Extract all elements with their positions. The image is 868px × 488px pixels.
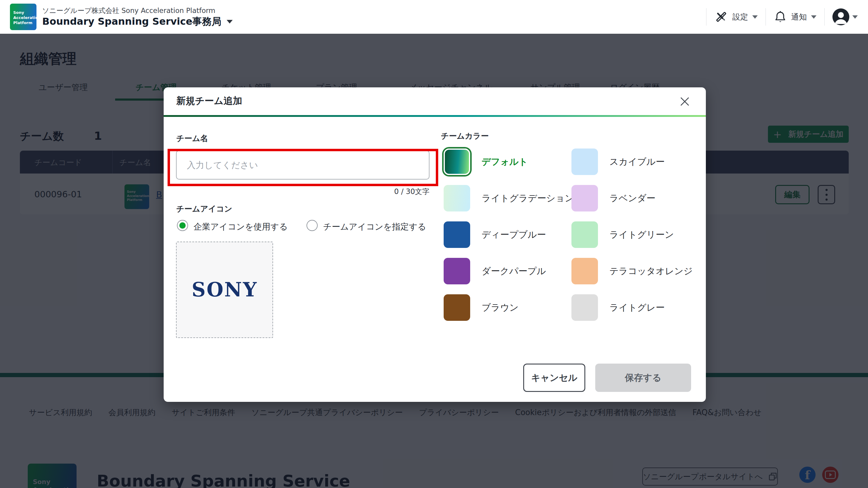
workspace-name: Boundary Spanning Service事務局 — [42, 15, 221, 28]
color-swatch[interactable] — [444, 221, 470, 248]
color-option-darkpurple[interactable]: ダークパープル — [444, 258, 571, 284]
team-color-grid: デフォルト スカイブルー ライトグラデーション ラベンダー ディープブルー ライ… — [444, 149, 699, 321]
add-team-modal: 新規チーム追加 チーム名 0 / 30文字 チームアイコン 企業アイコンを使用す… — [164, 87, 706, 402]
radio-company-icon-label[interactable]: 企業アイコンを使用する — [193, 221, 288, 233]
radio-company-icon[interactable] — [177, 220, 188, 231]
color-option-lavender[interactable]: ラベンダー — [571, 185, 699, 212]
color-option-lightgreen[interactable]: ライトグリーン — [571, 221, 699, 248]
tools-icon — [714, 10, 728, 24]
modal-title: 新規チーム追加 — [176, 95, 242, 107]
cancel-button[interactable]: キャンセル — [523, 364, 585, 392]
close-icon — [679, 96, 690, 107]
save-button[interactable]: 保存する — [595, 364, 691, 392]
settings-label: 設定 — [733, 12, 748, 22]
bell-icon — [774, 10, 787, 24]
char-counter: 0 / 30文字 — [176, 187, 430, 196]
color-swatch[interactable] — [571, 294, 598, 321]
app-header: Sony Acceleration Platform ソニーグループ株式会社 S… — [0, 0, 868, 34]
color-option-terracotta[interactable]: テラコッタオレンジ — [571, 258, 699, 284]
radio-custom-icon[interactable] — [307, 220, 318, 231]
color-option-deepblue[interactable]: ディープブルー — [444, 221, 571, 248]
team-icon-options: 企業アイコンを使用する チームアイコンを指定する — [177, 220, 430, 232]
team-icon-label: チームアイコン — [176, 204, 232, 214]
settings-menu[interactable]: 設定 — [707, 10, 766, 24]
account-menu[interactable] — [825, 8, 859, 25]
close-button[interactable] — [678, 95, 691, 108]
color-option-light-gradation[interactable]: ライトグラデーション — [444, 185, 571, 212]
color-swatch[interactable] — [571, 149, 598, 175]
color-option-lightgray[interactable]: ライトグレー — [571, 294, 699, 321]
color-option-skyblue[interactable]: スカイブルー — [571, 149, 699, 175]
screen: 組織管理 ユーザー管理 チーム管理 チケット管理 プラン管理 メッセージチャンネ… — [0, 0, 868, 488]
app-logo: Sony Acceleration Platform — [10, 4, 36, 30]
color-option-default[interactable]: デフォルト — [444, 149, 571, 175]
header-actions: 設定 通知 — [706, 0, 859, 34]
company-name: ソニーグループ株式会社 Sony Acceleration Platform — [42, 6, 215, 15]
annotation-highlight-box — [167, 149, 438, 186]
notifications-menu[interactable]: 通知 — [766, 10, 824, 24]
chevron-down-icon — [752, 15, 758, 19]
team-color-label: チームカラー — [441, 131, 489, 141]
color-swatch[interactable] — [444, 258, 470, 284]
team-name-label: チーム名 — [176, 133, 208, 144]
color-swatch[interactable] — [571, 221, 598, 248]
color-swatch[interactable] — [571, 258, 598, 284]
chevron-down-icon — [227, 20, 233, 24]
color-swatch[interactable] — [444, 185, 470, 212]
chevron-down-icon — [852, 15, 858, 19]
color-option-brown[interactable]: ブラウン — [444, 294, 571, 321]
color-swatch[interactable] — [444, 149, 470, 175]
notifications-label: 通知 — [791, 12, 807, 22]
chevron-down-icon — [811, 15, 816, 19]
radio-custom-icon-label[interactable]: チームアイコンを指定する — [323, 221, 426, 233]
workspace-selector[interactable]: Boundary Spanning Service事務局 — [42, 15, 233, 28]
modal-header-gradient-divider — [164, 115, 706, 117]
sony-logo: SONY — [192, 278, 258, 301]
color-swatch[interactable] — [571, 185, 598, 212]
color-swatch[interactable] — [444, 294, 470, 321]
avatar-icon — [832, 8, 849, 25]
company-icon-preview: SONY — [176, 241, 273, 338]
